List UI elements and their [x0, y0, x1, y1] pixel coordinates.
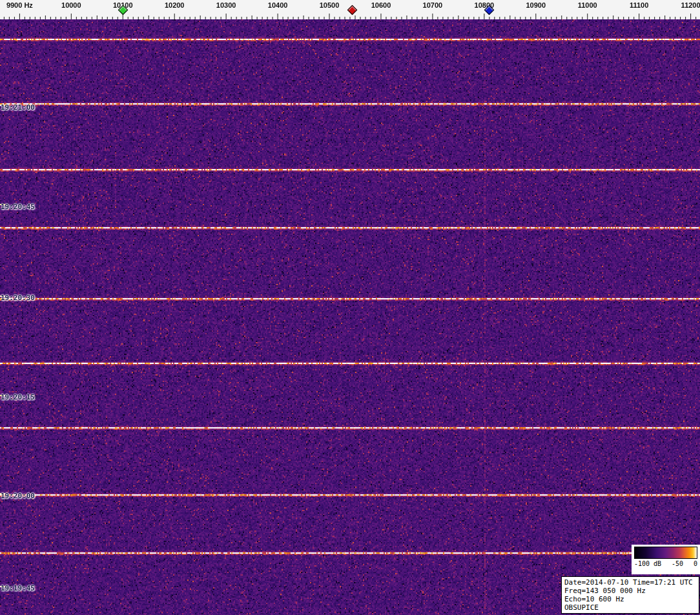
info-line-station: OBSUPICE: [564, 603, 696, 612]
freq-tick-label: 10400: [268, 1, 288, 9]
freq-tick-label: 11000: [578, 1, 597, 9]
info-line-echo: Echo=10 600 Hz: [564, 595, 696, 603]
freq-tick-label: 10300: [216, 1, 236, 9]
time-label: 19:21:00: [1, 103, 35, 112]
waterfall-canvas[interactable]: [0, 19, 700, 615]
freq-tick-label: 10000: [61, 1, 81, 9]
freq-tick-label: 11200: [681, 1, 700, 9]
spectrogram-screen: 9900 Hz100001010010200103001040010500106…: [0, 0, 700, 615]
info-line-frequency: Freq=143 050 000 Hz: [564, 587, 696, 595]
colorbar-label-max: 0: [694, 560, 697, 567]
freq-tick-label: 10200: [165, 1, 185, 9]
colorbar-label-min: -100 dB: [634, 560, 661, 567]
time-label: 19:20:45: [1, 203, 35, 211]
colorbar-gradient[interactable]: [634, 547, 697, 559]
time-label: 19:20:00: [1, 492, 35, 500]
time-label: 19:20:15: [1, 393, 35, 401]
colorbar-labels: -100 dB -50 0: [634, 560, 697, 567]
info-line-date-time: Date=2014-07-10 Time=17:21 UTC: [564, 578, 696, 587]
freq-tick-label: 10900: [526, 1, 546, 9]
time-label: 19:20:30: [1, 294, 35, 302]
freq-tick-label: 11100: [630, 1, 648, 9]
colorbar-label-mid: -50: [672, 560, 683, 567]
frequency-scale[interactable]: 9900 Hz100001010010200103001040010500106…: [0, 0, 700, 19]
freq-tick-label: 10500: [320, 1, 340, 9]
amplitude-colorbar: -100 dB -50 0: [632, 545, 700, 574]
freq-tick-label: 10700: [423, 1, 443, 9]
time-label: 19:19:45: [1, 584, 35, 592]
freq-tick-label: 9900 Hz: [6, 1, 33, 9]
observation-info-box: Date=2014-07-10 Time=17:21 UTC Freq=143 …: [561, 576, 699, 614]
freq-tick-label: 10600: [371, 1, 391, 9]
waterfall-area[interactable]: 19:21:0019:20:4519:20:3019:20:1519:20:00…: [0, 19, 700, 615]
